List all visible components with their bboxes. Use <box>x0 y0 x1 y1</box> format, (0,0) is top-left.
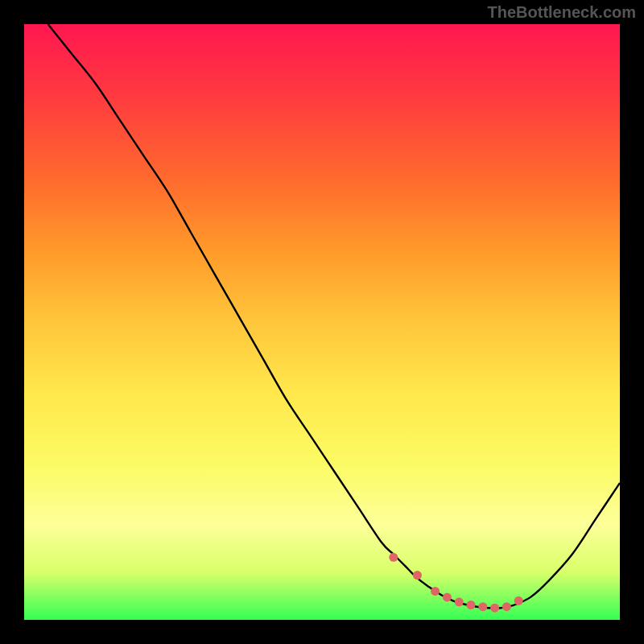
low-bottleneck-markers <box>389 553 522 613</box>
marker-point <box>502 602 511 611</box>
marker-point <box>467 601 476 609</box>
chart-overlay <box>24 24 620 620</box>
marker-point <box>413 571 422 580</box>
marker-point <box>389 553 398 562</box>
marker-point <box>514 597 523 605</box>
marker-point <box>431 587 440 596</box>
attribution-text: TheBottleneck.com <box>488 3 636 22</box>
marker-point <box>455 597 464 606</box>
marker-point <box>443 592 452 601</box>
marker-point <box>478 602 487 611</box>
marker-point <box>490 604 499 613</box>
bottleneck-curve <box>48 24 620 608</box>
